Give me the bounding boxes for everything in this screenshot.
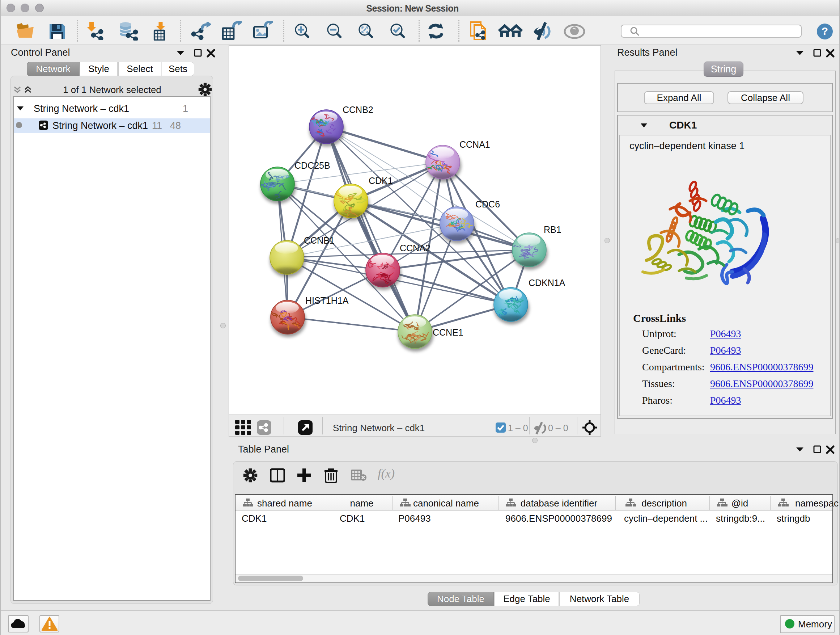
svg-text:?: ? — [821, 25, 828, 37]
svg-text:HIST1H1A: HIST1H1A — [305, 295, 349, 306]
svg-text:CCNA2: CCNA2 — [400, 243, 431, 253]
svg-text:CDC6: CDC6 — [475, 199, 500, 209]
svg-text:CCNB2: CCNB2 — [343, 105, 373, 115]
svg-text:CDC25B: CDC25B — [294, 160, 330, 171]
svg-text:CDK1: CDK1 — [369, 176, 393, 186]
svg-text:CCNE1: CCNE1 — [433, 327, 463, 337]
svg-text:CDKN1A: CDKN1A — [529, 278, 565, 288]
svg-text:CCNA1: CCNA1 — [459, 139, 490, 149]
svg-text:CCNB1: CCNB1 — [304, 235, 335, 245]
svg-text:RB1: RB1 — [544, 225, 561, 234]
